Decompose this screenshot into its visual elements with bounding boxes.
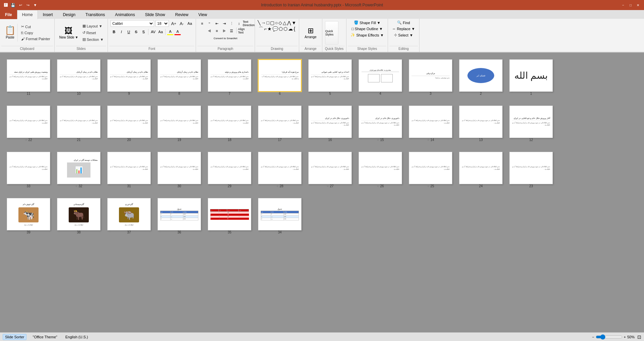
tab-home[interactable]: Home	[17, 10, 38, 19]
slide-item-9[interactable]: نظام دام در زمان آریایانمتن اطلاعاتی در …	[107, 59, 151, 95]
increase-font-button[interactable]: A+	[170, 20, 177, 27]
shape-star[interactable]: ★	[267, 26, 272, 32]
font-size-select[interactable]: 18	[155, 20, 169, 27]
shape-effects-dropdown[interactable]: ▼	[380, 33, 384, 37]
slide-item-3[interactable]: مرکز ترقیمتن توضیحی در اینجا3	[409, 59, 452, 95]
shape-fill-dropdown[interactable]: ▼	[377, 21, 381, 25]
shape-outline-button[interactable]: □ Shape Outline ▼	[350, 26, 384, 31]
slide-thumb-29[interactable]: متن اطلاعاتی در مورد پرورش دام در ایران …	[208, 152, 251, 184]
shape-callout[interactable]: 💬	[272, 26, 278, 32]
slide-item-7[interactable]: دامداری های پرورش و تولیدمتن اطلاعاتی در…	[208, 59, 251, 95]
select-dropdown[interactable]: ▼	[409, 33, 413, 37]
shape-effects-button[interactable]: ✨ Shape Effects ▼	[349, 32, 385, 38]
shape-rect[interactable]: □	[266, 20, 269, 25]
shape-triangle[interactable]: △	[283, 20, 286, 25]
slide-sorter-view-button[interactable]: Slide Sorter	[3, 334, 26, 340]
replace-dropdown[interactable]: ▼	[411, 27, 415, 31]
strikethrough-button[interactable]: S	[133, 28, 139, 35]
tab-slideshow[interactable]: Slide Show	[140, 10, 170, 19]
layout-button[interactable]: ▦ Layout ▼	[81, 23, 105, 29]
slide-item-22[interactable]: متن اطلاعاتی در مورد پرورش دام در ایران …	[7, 106, 50, 142]
slide-item-19[interactable]: متن اطلاعاتی در مورد پرورش دام در ایران …	[157, 106, 201, 142]
slide-item-29[interactable]: متن اطلاعاتی در مورد پرورش دام در ایران …	[208, 152, 251, 188]
shape-chevron[interactable]: ⋀	[287, 20, 291, 25]
bold-button[interactable]: B	[111, 28, 117, 35]
shadow-button[interactable]: S	[140, 28, 147, 35]
font-change-case[interactable]: Aa	[157, 28, 164, 35]
slide-thumb-31[interactable]: متن اطلاعاتی در مورد پرورش دام در ایران …	[107, 152, 151, 184]
slide-item-8[interactable]: نظام دام در زمان آریایانمتن اطلاعاتی در …	[157, 59, 201, 95]
reset-button[interactable]: ↺ Reset	[81, 30, 105, 36]
slide-item-38[interactable]: گاو سیستانی🐂اطلاعات نژاد38	[57, 198, 101, 234]
section-button[interactable]: ▤ Section ▼	[81, 37, 105, 42]
smartart-button[interactable]: Convert to SmartArt	[212, 35, 239, 42]
slide-item-33[interactable]: متن اطلاعاتی در مورد پرورش دام در ایران …	[7, 152, 50, 188]
slide-thumb-14[interactable]: متن اطلاعاتی در مورد پرورش دام در ایران …	[409, 106, 452, 138]
slide-item-18[interactable]: متن اطلاعاتی در مورد پرورش دام در ایران …	[208, 106, 251, 142]
slide-item-17[interactable]: متن اطلاعاتی در مورد پرورش دام در ایران …	[258, 106, 302, 142]
slide-item-39[interactable]: گاو خوش دام🐄اطلاعات نژاد39	[7, 198, 50, 234]
slide-item-34[interactable]: جدولسردادهمقدار1آ1002ب2003پ15034	[258, 198, 302, 234]
shape-more[interactable]: ▼	[292, 20, 296, 25]
zoom-slider[interactable]	[596, 334, 623, 340]
slide-thumb-22[interactable]: متن اطلاعاتی در مورد پرورش دام در ایران …	[7, 106, 50, 138]
slide-item-30[interactable]: متن اطلاعاتی در مورد پرورش دام در ایران …	[157, 152, 201, 188]
shape-cloud[interactable]: ☁	[288, 26, 293, 32]
close-button[interactable]: ✕	[635, 2, 641, 8]
line-spacing-button[interactable]: ↕	[236, 20, 242, 27]
shape-diamond[interactable]: ◇	[278, 20, 282, 25]
new-slide-dropdown-icon[interactable]: ▼	[75, 36, 78, 39]
decrease-font-button[interactable]: A-	[178, 20, 185, 27]
shape-line[interactable]: ╲	[258, 20, 260, 25]
shape-freeform[interactable]: ⌒	[259, 26, 263, 32]
font-spacing-button[interactable]: AV	[150, 28, 156, 35]
decrease-indent-button[interactable]: ⇤	[213, 20, 220, 27]
slide-thumb-35[interactable]: سردادهمقدارنتیجه1آ100+2ب200−3پ150+4ت80−	[208, 198, 251, 230]
save-button[interactable]: 💾	[10, 2, 16, 8]
tab-insert[interactable]: Insert	[38, 10, 58, 19]
slide-item-10[interactable]: نظام دام در زمان آریایانمتن اطلاعاتی در …	[57, 59, 101, 95]
slide-thumb-34[interactable]: جدولسردادهمقدار1آ1002ب2003پ150	[258, 198, 302, 230]
replace-button[interactable]: ↔ Replace ▼	[391, 26, 416, 31]
zoom-in-button[interactable]: +	[624, 335, 626, 339]
cut-button[interactable]: ✂ Cut	[20, 24, 52, 29]
clear-format-button[interactable]: Aa	[186, 20, 193, 27]
shape-fill-button[interactable]: 🪣 Shape Fill ▼	[352, 20, 382, 25]
slide-thumb-8[interactable]: نظام دام در زمان آریایانمتن اطلاعاتی در …	[157, 59, 201, 92]
slide-thumb-9[interactable]: نظام دام در زمان آریایانمتن اطلاعاتی در …	[107, 59, 151, 92]
slide-thumb-28[interactable]: متن اطلاعاتی در مورد پرورش دام در ایران …	[258, 152, 302, 184]
arrange-button[interactable]: ⊞ Arrange	[302, 25, 319, 40]
slide-thumb-33[interactable]: متن اطلاعاتی در مورد پرورش دام در ایران …	[7, 152, 50, 184]
slide-thumb-15[interactable]: دامپروری حلال خام در ایرانمتن اطلاعاتی د…	[359, 106, 402, 138]
slide-item-21[interactable]: متن اطلاعاتی در مورد پرورش دام در ایران …	[57, 106, 101, 142]
tab-design[interactable]: Design	[58, 10, 80, 19]
slide-item-23[interactable]: متن اطلاعاتی در مورد پرورش دام در ایران …	[509, 152, 553, 188]
numbering-button[interactable]: ⁼	[206, 20, 213, 27]
slide-item-36[interactable]: جدولسردادهمقدار1آ1002ب2003پ15036	[157, 198, 201, 234]
slide-item-24[interactable]: متن اطلاعاتی در مورد پرورش دام در ایران …	[459, 152, 503, 188]
slide-thumb-5[interactable]: احداث و خود کفایی طبی حیوانیمتن اطلاعاتی…	[308, 59, 352, 92]
slide-item-5[interactable]: احداث و خود کفایی طبی حیوانیمتن اطلاعاتی…	[308, 59, 352, 95]
slide-thumb-6[interactable]: مرغ هوده آید قربان!متن اطلاعاتی در مورد …	[258, 59, 302, 92]
slide-thumb-18[interactable]: متن اطلاعاتی در مورد پرورش دام در ایران …	[208, 106, 251, 138]
shape-rounded-rect[interactable]: ▢	[270, 20, 274, 25]
cols-button[interactable]: ⋮	[228, 20, 235, 27]
slide-thumb-3[interactable]: مرکز ترقیمتن توضیحی در اینجا	[409, 59, 452, 92]
shape-pentagon[interactable]: ⬠	[279, 26, 283, 32]
align-right-button[interactable]: ⫸	[221, 27, 228, 34]
tab-review[interactable]: Review	[170, 10, 193, 19]
font-name-select[interactable]: Calibri	[111, 20, 154, 27]
slide-item-13[interactable]: متن اطلاعاتی در مورد پرورش دام در ایران …	[459, 106, 503, 142]
text-direction-button[interactable]: Text Direction	[245, 20, 252, 27]
shape-connector[interactable]: ⌐	[264, 26, 267, 32]
slide-thumb-36[interactable]: جدولسردادهمقدار1آ1002ب2003پ150	[157, 198, 201, 230]
justify-button[interactable]: ☰	[228, 27, 235, 34]
slide-thumb-25[interactable]: متن اطلاعاتی در مورد پرورش دام در ایران …	[409, 152, 452, 184]
slide-thumb-21[interactable]: متن اطلاعاتی در مورد پرورش دام در ایران …	[57, 106, 101, 138]
select-button[interactable]: ⊹ Select ▼	[393, 32, 414, 38]
slide-thumb-2[interactable]: فضای ابر	[459, 59, 503, 92]
italic-button[interactable]: I	[118, 28, 125, 35]
paste-button[interactable]: 📋 Paste	[3, 24, 18, 42]
slide-item-26[interactable]: متن اطلاعاتی در مورد پرورش دام در ایران …	[359, 152, 402, 188]
slide-item-4[interactable]: مشتری به علاقه‌های نوین ایران4	[359, 59, 402, 95]
